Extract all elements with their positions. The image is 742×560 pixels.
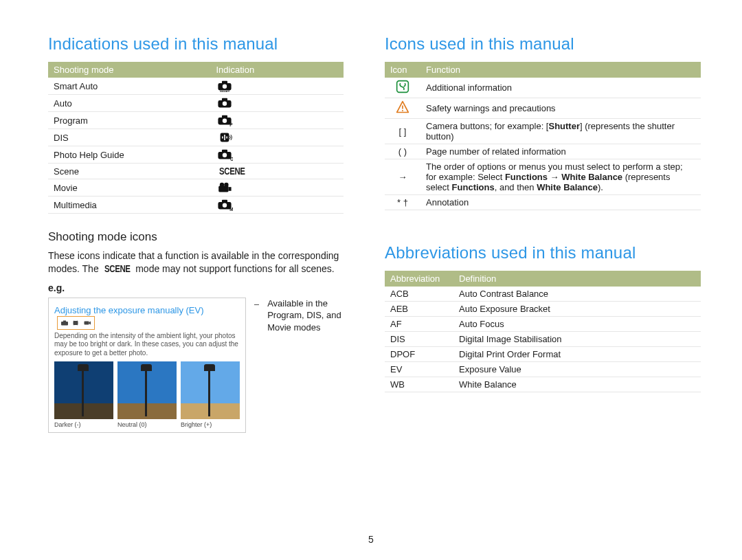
table-row: Scene SCENE (48, 164, 344, 179)
auto-icon (211, 95, 344, 112)
icon-symbol: → (385, 159, 420, 195)
info-icon (385, 78, 420, 98)
sample-caption: Brighter (+) (181, 419, 240, 428)
abbr: EV (385, 362, 453, 377)
heading-abbrev: Abbreviations used in this manual (385, 243, 701, 262)
svg-point-9 (222, 119, 226, 123)
table-row: → The order of options or menus you must… (385, 159, 701, 195)
svg-point-17 (219, 183, 223, 187)
subhead-shooting-icons: Shooting mode icons (48, 230, 344, 244)
table-row: Safety warnings and precautions (385, 98, 701, 119)
table-row: ( ) Page number of related information (385, 144, 701, 159)
mode-name: Multimedia (48, 197, 211, 214)
th-function: Function (420, 62, 701, 78)
table-row: Auto (48, 95, 344, 112)
icon-symbol: [ ] (385, 119, 420, 144)
sample-caption: Darker (-) (54, 419, 113, 428)
table-row: Program P (48, 112, 344, 129)
th-shooting-mode: Shooting mode (48, 62, 211, 78)
table-row: [ ] Camera buttons; for example: [Shutte… (385, 119, 701, 144)
mode-name: Program (48, 112, 211, 129)
table-row: DPOF Digital Print Order Format (385, 347, 701, 362)
page-number: 5 (0, 534, 742, 545)
multimedia-icon: M (211, 197, 344, 214)
svg-rect-21 (222, 200, 227, 203)
sample-item: Darker (-) (54, 361, 113, 428)
sample-image (117, 361, 177, 419)
svg-rect-1 (222, 81, 227, 84)
svg-point-2 (222, 85, 226, 89)
sample-item: Neutral (0) (117, 361, 177, 428)
heading-icons: Icons used in this manual (385, 34, 701, 54)
table-row: EV Exposure Value (385, 362, 701, 377)
sample-image (54, 361, 113, 419)
program-icon: P (211, 112, 344, 129)
mode-name: Scene (48, 164, 211, 179)
abbr: AF (385, 317, 453, 332)
shooting-mode-table: Shooting mode Indication Smart Auto SMAR… (48, 62, 344, 214)
shooting-icons-description: These icons indicate that a function is … (48, 249, 344, 276)
movie-icon (211, 179, 344, 197)
abbr: ACB (385, 287, 453, 302)
smart-auto-icon: SMART (211, 78, 344, 95)
table-row: Smart Auto SMART (48, 78, 344, 95)
svg-rect-29 (84, 321, 89, 324)
svg-point-22 (222, 203, 226, 208)
mode-name: Movie (48, 179, 211, 197)
table-row: AF Auto Focus (385, 317, 701, 332)
svg-text:G: G (230, 156, 233, 161)
help-guide-icon: G (211, 146, 344, 164)
svg-point-14 (222, 153, 226, 157)
icon-function: Camera buttons; for example: [Shutter] (… (420, 119, 701, 144)
svg-point-18 (224, 183, 228, 187)
svg-point-32 (402, 110, 403, 111)
heading-indications: Indications used in this manual (48, 34, 344, 54)
table-row: ACB Auto Contrast Balance (385, 287, 701, 302)
svg-rect-19 (228, 187, 231, 191)
sample-image (181, 361, 240, 419)
icons-table: Icon Function Additional information Saf… (385, 62, 701, 210)
svg-rect-5 (222, 98, 227, 101)
mode-name: Smart Auto (48, 78, 211, 95)
example-mode-icons-box (57, 316, 95, 330)
abbr-def: Auto Exposure Bracket (453, 302, 701, 317)
abbr-def: Exposure Value (453, 362, 701, 377)
table-row: AEB Auto Exposure Bracket (385, 302, 701, 317)
icon-function: Safety warnings and precautions (420, 98, 701, 119)
example-desc: Depending on the intensity of the ambien… (54, 332, 240, 358)
icon-symbol: * † (385, 195, 420, 210)
th-abbr: Abbreviation (385, 271, 453, 287)
table-row: DIS Digital Image Stabilisation (385, 332, 701, 347)
scene-icon: SCENE (211, 164, 344, 179)
icon-function: Page number of related information (420, 144, 701, 159)
abbr-def: Auto Contrast Balance (453, 287, 701, 302)
svg-text:SMART: SMART (219, 90, 229, 92)
abbr-def: Digital Image Stabilisation (453, 332, 701, 347)
example-box: Adjusting the exposure manually (EV) Dep… (48, 298, 246, 434)
svg-rect-24 (61, 322, 68, 326)
warn-icon (385, 98, 420, 119)
abbr: DIS (385, 332, 453, 347)
table-row: DIS (48, 129, 344, 146)
icon-function: The order of options or menus you must s… (420, 159, 701, 195)
abbr: DPOF (385, 347, 453, 362)
abbrev-table: Abbreviation Definition ACB Auto Contras… (385, 271, 701, 392)
th-def: Definition (453, 271, 701, 287)
table-row: WB White Balance (385, 377, 701, 392)
th-icon: Icon (385, 62, 420, 78)
icon-function: Additional information (420, 78, 701, 98)
svg-point-6 (222, 102, 226, 106)
sample-caption: Neutral (0) (117, 419, 177, 428)
mode-name: DIS (48, 129, 211, 146)
abbr-def: Digital Print Order Format (453, 347, 701, 362)
abbr: AEB (385, 302, 453, 317)
table-row: Additional information (385, 78, 701, 98)
svg-rect-8 (222, 115, 227, 118)
callout-line (254, 304, 259, 305)
example-title: Adjusting the exposure manually (EV) (54, 305, 204, 315)
icon-symbol: ( ) (385, 144, 420, 159)
svg-text:P: P (229, 122, 233, 126)
dis-icon (211, 129, 344, 146)
eg-label: e.g. (48, 282, 344, 293)
svg-text:M: M (229, 207, 233, 211)
